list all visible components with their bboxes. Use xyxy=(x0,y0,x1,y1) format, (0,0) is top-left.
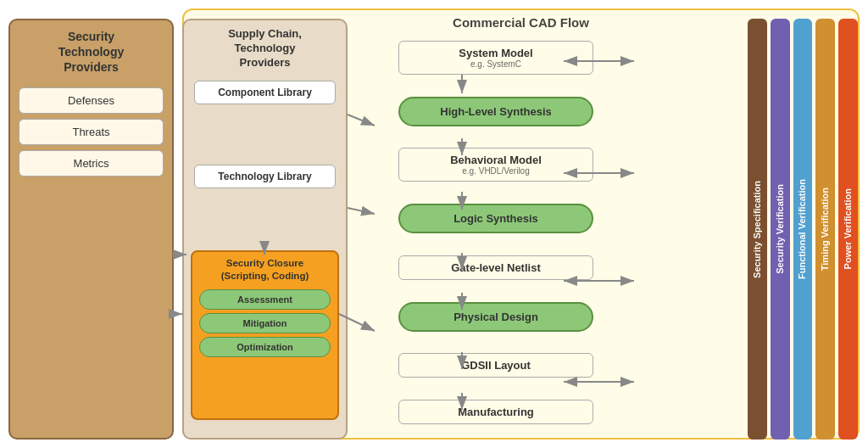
gate-level-box: Gate-level Netlist xyxy=(398,255,593,280)
vert-bars: Security Specification Security Verifica… xyxy=(748,19,858,440)
security-spec-bar: Security Specification xyxy=(748,19,767,440)
physical-design-item: Physical Design xyxy=(398,302,593,332)
timing-verif-label: Timing Verification xyxy=(820,188,831,271)
threats-item: Threats xyxy=(19,119,164,145)
gdsii-box: GDSII Layout xyxy=(398,353,593,378)
commercial-cad-title: Commercial CAD Flow xyxy=(453,15,589,30)
supply-chain-title: Supply Chain,TechnologyProviders xyxy=(184,20,346,74)
security-providers-box: SecurityTechnologyProviders Defenses Thr… xyxy=(8,19,174,440)
system-model-box: System Model e.g. SystemC xyxy=(398,41,593,75)
power-verif-bar: Power Verification xyxy=(838,19,858,440)
behavioral-model-item: Behavioral Model e.g. VHDL/Verilog xyxy=(398,148,593,182)
gate-level-item: Gate-level Netlist xyxy=(398,255,593,280)
gdsii-item: GDSII Layout xyxy=(398,353,593,378)
timing-verif-bar: Timing Verification xyxy=(815,19,835,440)
system-model-item: System Model e.g. SystemC xyxy=(398,41,593,75)
security-verif-label: Security Verification xyxy=(775,184,786,274)
security-closure-title: Security Closure(Scripting, Coding) xyxy=(192,252,337,286)
cad-flow-items: System Model e.g. SystemC High-Level Syn… xyxy=(364,30,627,435)
technology-library-box: Technology Library xyxy=(194,165,336,188)
functional-verif-label: Functional Verification xyxy=(797,179,808,279)
optimization-oval: Optimization xyxy=(199,337,331,357)
security-spec-label: Security Specification xyxy=(752,181,763,278)
metrics-item: Metrics xyxy=(19,150,164,176)
manufacturing-box: Manufacturing xyxy=(398,400,593,424)
functional-verif-bar: Functional Verification xyxy=(793,19,813,440)
behavioral-model-box: Behavioral Model e.g. VHDL/Verilog xyxy=(398,148,593,182)
component-library-box: Component Library xyxy=(194,81,336,104)
diagram-container: Commercial CAD Flow SecurityTechnologyPr… xyxy=(0,0,868,448)
security-closure-box: Security Closure(Scripting, Coding) Asse… xyxy=(191,250,339,420)
high-level-synthesis-item: High-Level Synthesis xyxy=(398,97,593,126)
logic-synthesis-item: Logic Synthesis xyxy=(398,204,593,233)
security-providers-title: SecurityTechnologyProviders xyxy=(10,20,172,82)
defense-item: Defenses xyxy=(19,87,164,114)
security-verif-bar: Security Verification xyxy=(771,19,790,440)
logic-synthesis-oval: Logic Synthesis xyxy=(398,204,593,233)
high-level-synthesis-oval: High-Level Synthesis xyxy=(398,97,593,126)
assessment-oval: Assessment xyxy=(199,289,331,310)
physical-design-oval: Physical Design xyxy=(398,302,593,332)
manufacturing-item: Manufacturing xyxy=(398,400,593,424)
mitigation-oval: Mitigation xyxy=(199,313,331,333)
power-verif-label: Power Verification xyxy=(843,188,854,269)
